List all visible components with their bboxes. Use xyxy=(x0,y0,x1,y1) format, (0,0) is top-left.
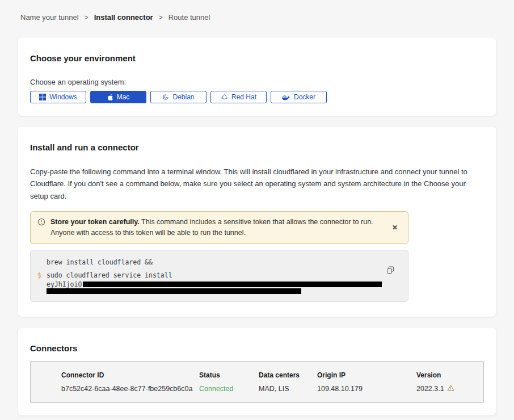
os-button-label: Red Hat xyxy=(231,93,256,101)
os-button-redhat[interactable]: Red Hat xyxy=(210,91,267,103)
os-button-label: Debian xyxy=(172,93,194,101)
token-warning-title: Store your token carefully. xyxy=(50,218,140,226)
connector-origin-ip-value: 109.48.10.179 xyxy=(317,385,416,393)
column-header-origin-ip: Origin IP xyxy=(317,371,416,379)
os-select-label: Choose an operating system: xyxy=(30,78,484,86)
alert-circle-icon xyxy=(37,218,45,229)
code-line-brew: brew install cloudflared && xyxy=(47,258,382,267)
copy-icon[interactable] xyxy=(385,265,395,277)
token-prefix: eyJhIjoiO xyxy=(47,280,82,289)
connector-status-value: Connected xyxy=(199,385,259,393)
os-button-label: Docker xyxy=(294,93,315,101)
os-button-docker[interactable]: Docker xyxy=(271,91,327,103)
os-button-debian[interactable]: Debian xyxy=(150,91,207,103)
docker-icon xyxy=(282,94,290,100)
install-card-title: Install and run a connector xyxy=(30,142,481,152)
column-header-status: Status xyxy=(199,371,259,379)
connectors-table: Connector ID Status Data centers Origin … xyxy=(30,361,484,403)
breadcrumb: Name your tunnel > Install connector > R… xyxy=(0,0,514,22)
os-button-label: Mac xyxy=(117,93,130,101)
install-connector-card: Install and run a connector Copy-paste t… xyxy=(18,127,496,317)
shell-prompt: $ xyxy=(37,271,41,280)
redacted-token-bar xyxy=(47,288,301,294)
version-number: 2022.3.1 xyxy=(416,385,444,393)
breadcrumb-separator: > xyxy=(85,14,89,22)
code-line-service-install: sudo cloudflared service install xyxy=(47,271,382,280)
connector-id-value: b7c52c42-6caa-48ee-8c77-fbe259cb6c0a xyxy=(61,385,199,393)
close-icon[interactable]: ✕ xyxy=(389,222,401,233)
column-header-connector-id: Connector ID xyxy=(61,371,199,379)
os-button-mac[interactable]: Mac xyxy=(90,91,146,103)
install-description: Copy-paste the following command into a … xyxy=(30,166,481,202)
connectors-card: Connectors Connector ID Status Data cent… xyxy=(18,327,496,415)
breadcrumb-separator: > xyxy=(159,14,163,22)
install-command-code-block: brew install cloudflared && $ sudo cloud… xyxy=(30,250,408,302)
os-button-group: Windows Mac Debian Red Hat Docker xyxy=(30,91,484,103)
breadcrumb-install-connector[interactable]: Install connector xyxy=(94,13,153,22)
redacted-token-bar xyxy=(83,282,382,287)
debian-icon xyxy=(162,94,169,100)
windows-icon xyxy=(39,94,46,100)
connector-data-centers-value: MAD, LIS xyxy=(259,385,317,393)
choose-environment-card: Choose your environment Choose an operat… xyxy=(18,37,496,116)
apple-icon xyxy=(107,94,113,101)
environment-card-title: Choose your environment xyxy=(30,53,484,63)
os-button-windows[interactable]: Windows xyxy=(30,91,86,103)
connector-version-value: 2022.3.1 xyxy=(416,385,478,393)
token-warning-text: Store your token carefully. This command… xyxy=(50,217,384,238)
redhat-icon xyxy=(221,94,228,100)
warning-triangle-icon xyxy=(447,385,454,393)
token-warning-banner: Store your token carefully. This command… xyxy=(30,211,408,244)
breadcrumb-name-your-tunnel[interactable]: Name your tunnel xyxy=(20,13,79,22)
connectors-card-title: Connectors xyxy=(30,343,484,353)
os-button-label: Windows xyxy=(49,93,77,101)
column-header-data-centers: Data centers xyxy=(259,371,317,379)
breadcrumb-route-tunnel[interactable]: Route tunnel xyxy=(168,13,210,22)
column-header-version: Version xyxy=(416,371,478,379)
